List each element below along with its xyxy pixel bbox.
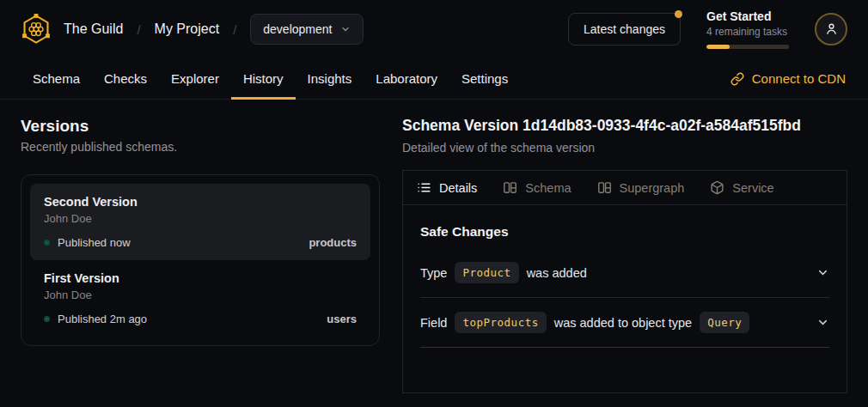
tab-explorer[interactable]: Explorer	[159, 58, 231, 100]
app-header: The Guild / My Project / development Lat…	[0, 0, 868, 58]
chevron-down-icon[interactable]	[816, 266, 829, 279]
version-item-second[interactable]: Second Version John Doe Published now pr…	[30, 184, 370, 260]
latest-changes-label: Latest changes	[584, 22, 665, 36]
tab-schema-detail[interactable]: Schema	[503, 180, 571, 195]
change-text: Field	[420, 316, 447, 330]
tab-label: Schema	[525, 181, 571, 195]
schema-version-title: Schema Version 1d14db83-0933-4f4c-a02f-a…	[402, 117, 847, 135]
versions-title: Versions	[21, 117, 380, 136]
version-status: Published now	[58, 236, 131, 249]
breadcrumb: The Guild / My Project / development	[21, 13, 364, 46]
breadcrumb-separator: /	[231, 22, 238, 37]
tab-settings[interactable]: Settings	[449, 58, 520, 100]
versions-column: Versions Recently published schemas. Sec…	[21, 117, 380, 393]
tab-service[interactable]: Service	[710, 180, 773, 195]
version-service: products	[309, 236, 357, 249]
project-name[interactable]: My Project	[155, 21, 220, 37]
change-text: was added to object type	[554, 316, 692, 330]
change-row-field-added[interactable]: Field topProducts was added to object ty…	[420, 297, 829, 348]
safe-changes-title: Safe Changes	[420, 224, 829, 240]
tab-checks[interactable]: Checks	[92, 58, 159, 100]
tab-insights[interactable]: Insights	[296, 58, 364, 100]
connect-to-cdn-label: Connect to CDN	[752, 71, 846, 86]
connect-to-cdn-link[interactable]: Connect to CDN	[729, 58, 847, 99]
target-nav-tabs: Schema Checks Explorer History Insights …	[0, 58, 868, 100]
get-started-widget[interactable]: Get Started 4 remaining tasks	[706, 9, 789, 48]
version-meta: Published 2m ago users	[44, 313, 357, 325]
detail-tabs: Details Schema Sup	[403, 171, 847, 205]
list-icon	[417, 180, 431, 195]
link-icon	[730, 72, 744, 86]
columns-icon	[503, 180, 517, 195]
get-started-title: Get Started	[706, 9, 789, 25]
progress-bar-fill	[706, 45, 730, 49]
latest-changes-button[interactable]: Latest changes	[568, 13, 681, 46]
breadcrumb-separator: /	[135, 22, 142, 37]
environment-label: development	[263, 22, 332, 36]
user-icon	[824, 21, 839, 36]
header-actions: Latest changes Get Started 4 remaining t…	[568, 9, 847, 48]
version-author: John Doe	[44, 212, 357, 225]
chevron-down-icon	[340, 24, 351, 34]
tab-details[interactable]: Details	[417, 180, 477, 195]
tab-supergraph[interactable]: Supergraph	[597, 180, 685, 195]
progress-bar	[706, 45, 789, 49]
tab-label: Details	[439, 181, 477, 195]
code-badge: Product	[455, 262, 518, 283]
tab-history[interactable]: History	[231, 58, 296, 100]
version-name: Second Version	[44, 195, 357, 209]
change-text: was added	[527, 266, 587, 280]
columns-icon	[597, 180, 612, 195]
detail-content: Safe Changes Type Product was added Fiel…	[403, 205, 847, 348]
tab-label: Service	[732, 181, 773, 195]
user-avatar[interactable]	[815, 13, 847, 46]
versions-subtitle: Recently published schemas.	[21, 140, 380, 154]
schema-version-subtitle: Detailed view of the schema version	[402, 141, 847, 155]
cube-icon	[710, 180, 724, 195]
environment-selector[interactable]: development	[250, 14, 364, 45]
versions-list: Second Version John Doe Published now pr…	[21, 174, 380, 346]
version-status: Published 2m ago	[58, 313, 147, 325]
change-row-type-added[interactable]: Type Product was added	[420, 248, 829, 297]
tab-laboratory[interactable]: Laboratory	[364, 58, 449, 100]
published-status-icon	[44, 240, 50, 246]
change-text: Type	[420, 266, 447, 280]
main-content: Versions Recently published schemas. Sec…	[0, 100, 868, 393]
code-badge: Query	[700, 312, 749, 333]
tab-schema[interactable]: Schema	[21, 58, 92, 100]
code-badge: topProducts	[455, 312, 546, 333]
published-status-icon	[44, 316, 50, 322]
notification-dot	[675, 10, 682, 18]
hive-logo-icon[interactable]	[21, 13, 52, 46]
version-author: John Doe	[44, 289, 357, 301]
schema-version-panel: Details Schema Sup	[402, 170, 847, 393]
version-item-first[interactable]: First Version John Doe Published 2m ago …	[30, 260, 370, 337]
schema-version-column: Schema Version 1d14db83-0933-4f4c-a02f-a…	[402, 117, 847, 393]
version-meta: Published now products	[44, 236, 357, 249]
tab-label: Supergraph	[620, 181, 685, 195]
chevron-down-icon[interactable]	[816, 316, 829, 329]
version-service: users	[327, 313, 357, 325]
get-started-subtitle: 4 remaining tasks	[706, 25, 789, 39]
version-name: First Version	[44, 271, 357, 285]
org-name[interactable]: The Guild	[64, 21, 123, 37]
